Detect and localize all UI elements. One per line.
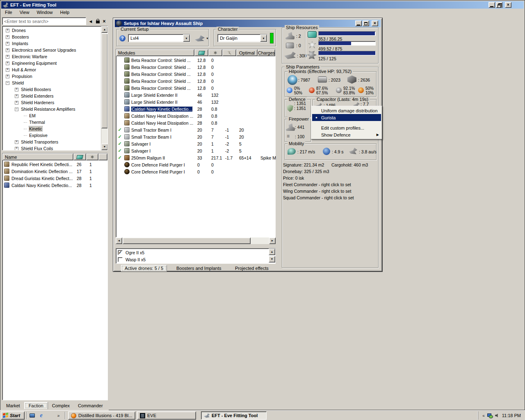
menu-item-file[interactable]: File [1,9,16,16]
module-name-label[interactable]: Small Tractor Beam I [131,135,171,139]
expand-icon[interactable]: + [6,35,9,39]
close-button[interactable]: × [505,2,511,8]
tab-boosters-and-implants[interactable]: Boosters and Implants [173,265,224,271]
start-button[interactable]: Start [1,411,25,420]
module-name-label[interactable]: Core Defence Field Purger I [131,162,185,167]
main-titlebar[interactable]: EFT - Eve Fitting Tool × [1,1,524,9]
column-header-powergrid[interactable]: ✶ [86,153,98,160]
tree-item[interactable]: +Boosters [2,34,107,40]
checkbox-checked[interactable]: ✓ [118,250,123,255]
internet-explorer-button[interactable]: e [38,412,45,419]
module-row[interactable]: Beta Reactor Control: Shield ...12.80 [116,78,275,84]
expand-icon[interactable]: + [6,62,9,65]
scroll-up-icon[interactable]: ▲ [101,26,108,33]
modules-hscrollbar[interactable]: ◄ ► [116,237,276,244]
squad-commander-line[interactable]: Squad Commander - right click to set [283,195,354,200]
search-input[interactable] [2,17,86,25]
column-header-cpu[interactable] [73,153,86,160]
menu-item-uniform-damage-distribution[interactable]: Uniform damage distribution [312,107,381,114]
tree-item[interactable]: Explosive [2,132,107,139]
tree-item-label[interactable]: Boosters [12,34,29,39]
module-row[interactable]: ✓250mm Railgun II33217.1-1.765+14Spike M [116,154,275,161]
column-header-modules[interactable]: Modules [116,49,194,56]
tree-item-label[interactable]: Shield Resistance Amplifiers [21,107,75,112]
tree-item-label[interactable]: Shield Boosters [21,87,51,92]
expand-icon[interactable]: + [15,147,18,151]
module-row[interactable]: ✓Small Tractor Beam I207-120 [116,126,275,133]
tray-collapse-icon[interactable]: « [482,413,485,418]
setup-select[interactable]: Lvl4 ▼ [128,34,190,42]
tree-item[interactable]: +Drones [2,27,107,34]
tab-commander[interactable]: Commander [74,402,107,409]
tree-item[interactable]: +Implants [2,40,107,47]
scroll-down-icon[interactable]: ▼ [101,144,108,150]
tree-item-label[interactable]: Shield Transporters [21,139,58,144]
table-row[interactable]: Republic Fleet Kinetic Deflecti...261 [2,161,107,168]
volume-icon[interactable] [495,413,500,418]
module-name-label[interactable]: Caldari Navy Heat Dissipation ... [131,114,193,119]
taskbar-task-eft[interactable]: EFT - Eve Fitting Tool [201,411,267,420]
character-select[interactable]: Dr Gaijin ▼ [217,34,267,42]
tree-item[interactable]: EM [2,112,107,119]
tree-item-label[interactable]: Kinetic [29,126,42,131]
expand-icon[interactable]: + [15,140,18,144]
tree-item[interactable]: +Electronic Warfare [2,53,107,60]
module-row[interactable]: ✓Salvager I201-25 [116,140,275,147]
wing-commander-line[interactable]: Wing Commander - right click to set [283,189,351,194]
expand-icon[interactable]: + [15,88,18,91]
lock-button[interactable] [94,18,101,25]
column-header-charges[interactable]: Charges [258,49,275,56]
setups-titlebar[interactable]: Setups for Ishtar Heavy Assault Ship × [115,20,381,27]
module-name-label[interactable]: Caldari Navy Heat Dissipation ... [131,121,193,126]
tree-item-label[interactable]: Drones [12,28,26,33]
module-name-label[interactable]: Salvager I [131,148,151,153]
module-row[interactable]: Large Shield Extender II46132 [116,91,275,98]
module-name-label[interactable]: Beta Reactor Control: Shield ... [131,79,191,84]
restore-button[interactable] [496,2,502,8]
module-row[interactable]: Caldari Navy Heat Dissipation ...280.8 [116,119,275,126]
module-name-label[interactable]: Salvager I [131,142,151,146]
taskbar-task-eve[interactable]: EVE [137,411,196,420]
clock[interactable]: 11:18 PM [502,413,521,418]
table-row[interactable]: Caldari Navy Kinetic Deflectio...281 [2,182,107,189]
module-name-label[interactable]: Caldari Navy Kinetic Deflectio... [131,107,192,112]
module-row[interactable]: Caldari Navy Kinetic Deflectio...280.8 [116,105,275,112]
network-icon[interactable] [487,413,493,418]
tree-item-label[interactable]: Shield Flux Coils [21,146,53,151]
module-name-label[interactable]: Beta Reactor Control: Shield ... [131,72,191,77]
tab-projected-effects[interactable]: Projected effects [232,265,272,271]
scrollbar-thumb[interactable] [123,237,251,244]
expand-icon[interactable]: + [6,42,9,46]
expand-icon[interactable]: + [15,101,18,105]
module-row[interactable]: Large Shield Extender II46132 [116,98,275,105]
tree-item[interactable]: −Shield Resistance Amplifiers [2,106,107,112]
tab-complex[interactable]: Complex [48,402,74,409]
menu-item-gurista[interactable]: ●Gurista [312,114,381,121]
expand-icon[interactable]: + [6,55,9,59]
maximize-button[interactable] [363,21,369,26]
clear-search-button[interactable]: × [101,18,107,25]
module-row[interactable]: Beta Reactor Control: Shield ...12.80 [116,64,275,71]
ship-icon[interactable] [195,35,205,41]
module-name-label[interactable]: Beta Reactor Control: Shield ... [131,58,191,63]
tree-item-label[interactable]: Propulsion [12,74,32,79]
tree-item[interactable]: +Shield Boosters [2,86,107,93]
module-row[interactable]: ✓Salvager I201-25 [116,147,275,154]
tree-item[interactable]: +Shield Transporters [2,139,107,145]
tree-item-label[interactable]: Thermal [29,120,45,125]
tab-active-drones-5-5[interactable]: Active drones: 5 / 5 [121,265,167,272]
menu-item-window[interactable]: Window [33,9,56,16]
column-header-cpu[interactable] [194,49,208,56]
column-header-powergrid[interactable]: ✶ [208,49,222,56]
tab-faction[interactable]: Faction [24,402,48,409]
tree-item[interactable]: +Shield Hardeners [2,99,107,106]
tree-item-label[interactable]: Engineering Equipment [12,61,57,66]
tree-item[interactable]: +Shield Flux Coils [2,145,107,151]
tree-item[interactable]: −Shield [2,80,107,86]
drone-row[interactable]: ✓Ogre II x5 [116,249,268,256]
scroll-right-icon[interactable]: ► [269,237,276,244]
scroll-down-icon[interactable]: ▼ [269,256,275,262]
module-name-label[interactable]: Core Defence Field Purger I [131,169,185,174]
module-name-label[interactable]: Large Shield Extender II [131,93,178,98]
collapse-icon[interactable]: − [15,107,18,111]
